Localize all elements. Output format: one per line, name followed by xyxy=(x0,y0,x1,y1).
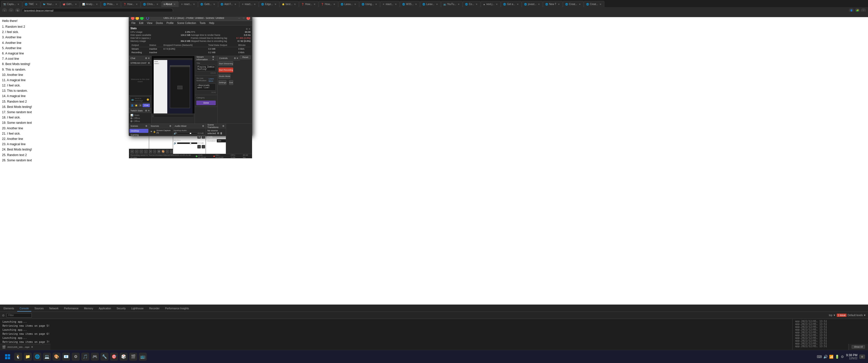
devtools-filter-input[interactable] xyxy=(6,313,32,318)
taskbar-icon-4[interactable]: 🎨 xyxy=(53,353,61,361)
browser-tab-t19[interactable]: 🌐Using...✕ xyxy=(359,1,380,7)
move-scene-down-btn[interactable]: ↓ xyxy=(144,150,148,153)
taskbar-icon-9[interactable]: 🔧 xyxy=(100,353,108,361)
learn-more-link[interactable]: Learn More xyxy=(209,78,216,82)
duration-input[interactable] xyxy=(217,139,226,142)
tab-close-t8[interactable]: ✕ xyxy=(156,3,159,6)
desktop-audio-expand-btn[interactable]: ⋮ xyxy=(202,135,205,139)
devtools-tab-security[interactable]: Security xyxy=(114,305,128,311)
tab-close-t6[interactable]: ✕ xyxy=(116,3,119,6)
battery-tray-icon[interactable]: 🔋 xyxy=(835,355,839,359)
tab-close-t16[interactable]: ✕ xyxy=(313,3,316,6)
chat-input[interactable]: Send a message xyxy=(135,97,146,102)
devtools-top-selector[interactable]: top ▼ xyxy=(829,314,836,317)
taskbar-icon-5[interactable]: 📧 xyxy=(62,353,70,361)
browser-tab-t14[interactable]: 🌐Edge...✕ xyxy=(259,1,279,7)
stats-menu-item[interactable]: 📊 Stats xyxy=(130,114,150,117)
remove-source-btn[interactable]: − xyxy=(153,150,156,153)
chat-send-btn[interactable]: Chat xyxy=(143,104,150,107)
add-source-btn[interactable]: + xyxy=(149,150,152,153)
desktop-volume-knob[interactable] xyxy=(190,133,191,134)
obs-menu-docks[interactable]: Docks xyxy=(154,21,164,25)
source-lock-icon[interactable]: 🔒 xyxy=(153,131,156,133)
chat-sub-btn[interactable]: ⭐ xyxy=(134,104,138,107)
obs-menu-file[interactable]: File xyxy=(130,21,137,25)
devtools-tab-recorder[interactable]: Recorder xyxy=(147,305,162,311)
title-input[interactable]: Playing Zombie Hunting! xyxy=(196,65,216,71)
tab-close-t24[interactable]: ✕ xyxy=(475,3,478,6)
source-down-btn[interactable]: ↓ xyxy=(170,150,173,153)
browser-tab-t25[interactable]: ▲next.j...✕ xyxy=(481,1,501,7)
browser-tab-t1[interactable]: 📷Captu...✕ xyxy=(1,1,22,7)
browser-tab-t16[interactable]: ❓How...✕ xyxy=(299,1,318,7)
chat-emoji-btn[interactable]: 😊 xyxy=(147,99,149,101)
browser-tab-t24[interactable]: 🌐Co...✕ xyxy=(463,1,480,7)
tab-close-t29[interactable]: ✕ xyxy=(578,3,581,6)
tab-close-t18[interactable]: ✕ xyxy=(354,3,357,6)
done-btn[interactable]: Done xyxy=(196,101,216,105)
browser-tab-t15[interactable]: ⭐best...✕ xyxy=(280,1,299,7)
browser-tab-t27[interactable]: 🌐jsvast...✕ xyxy=(522,1,543,7)
tab-close-t20[interactable]: ✕ xyxy=(394,3,397,6)
controls-icons[interactable]: ⚙ ✕ xyxy=(234,57,239,60)
browser-tab-t30[interactable]: 🌐Creat...✕ xyxy=(584,1,604,7)
desktop-audio-mute-btn[interactable]: 🔊 xyxy=(174,132,177,135)
browser-tab-t17[interactable]: ❓How...✕ xyxy=(319,1,338,7)
browser-tab-t8[interactable]: 🌐Chris...✕ xyxy=(141,1,161,7)
source-settings-btn[interactable]: ⚙ xyxy=(157,150,160,153)
stream-chat-icon[interactable]: ⚙ xyxy=(148,62,150,64)
scene-gaming[interactable]: Gaming xyxy=(129,133,148,137)
mic-aux-expand-btn[interactable]: ⋮ xyxy=(202,145,205,148)
tab-close-t26[interactable]: ✕ xyxy=(516,3,519,6)
browser-tab-t29[interactable]: 🌐Creat...✕ xyxy=(563,1,584,7)
show-desktop-btn[interactable]: ⊞ xyxy=(860,355,865,359)
taskbar-icon-7[interactable]: 🎵 xyxy=(81,353,89,361)
tab-close-t19[interactable]: ✕ xyxy=(375,3,378,6)
taskbar-icon-13[interactable]: 📺 xyxy=(139,353,147,361)
sound-tray-icon[interactable]: 🔊 xyxy=(823,355,828,359)
browser-tab-t7[interactable]: ❓How...✕ xyxy=(121,1,141,7)
source-filter-btn[interactable]: 🎨 xyxy=(161,150,165,153)
taskbar-icon-6[interactable]: ⚙ xyxy=(72,353,80,361)
devtools-tab-elements[interactable]: Elements xyxy=(1,305,17,311)
obs-menu-profile[interactable]: Profile xyxy=(165,21,175,25)
browser-tab-t18[interactable]: 🌐Larav...✕ xyxy=(338,1,359,7)
source-up-btn[interactable]: ↑ xyxy=(166,150,169,153)
scene-desktop[interactable]: Desktop xyxy=(129,129,148,133)
tab-close-t21[interactable]: ✕ xyxy=(414,3,417,6)
obs-menu-edit[interactable]: Edit xyxy=(137,21,145,25)
tab-close-t30[interactable]: ✕ xyxy=(599,3,602,6)
browser-tab-t6[interactable]: 🌐Phila...✕ xyxy=(101,1,121,7)
exit-btn[interactable]: Exit xyxy=(229,80,233,85)
desktop-audio-gear-btn[interactable]: ⚙ xyxy=(197,135,201,139)
tab-close-t10[interactable]: ✕ xyxy=(192,3,195,6)
obs-menu-view[interactable]: View xyxy=(145,21,154,25)
tab-close-t5[interactable]: ✕ xyxy=(95,3,98,6)
tab-close-t25[interactable]: ✕ xyxy=(495,3,498,6)
sources-icons[interactable]: ⚙ xyxy=(169,125,171,127)
settings-tray-icon[interactable]: ⚙ xyxy=(841,355,844,359)
browser-tab-t21[interactable]: 🌐W3S...✕ xyxy=(400,1,420,7)
start-recording-btn[interactable]: Start Recording xyxy=(218,68,233,72)
chat-panel-icons[interactable]: ⚙ ✕ xyxy=(145,57,150,60)
twitch-stats-icons[interactable]: ⚙ ✕ xyxy=(145,109,150,112)
move-scene-up-btn[interactable]: ↑ xyxy=(140,150,143,153)
show-all-btn[interactable]: Show All xyxy=(851,345,865,349)
notification-input[interactable]: cdeaconado went live! xyxy=(196,84,216,91)
stream-info-icons[interactable]: ⚙ ✕ xyxy=(212,56,216,61)
browser-tab-t4[interactable]: 🐙GitH...✕ xyxy=(60,1,80,7)
add-scene-btn[interactable]: + xyxy=(130,150,134,153)
browser-tab-t2[interactable]: 🌐TMC✕ xyxy=(23,1,40,7)
browser-tab-t23[interactable]: 📺YouTu...✕ xyxy=(441,1,463,7)
obs-menu-scene collection[interactable]: Scene Collection xyxy=(176,21,197,25)
audio-mixer-icons[interactable]: ⚙ xyxy=(202,125,204,127)
tab-close-t12[interactable]: ✕ xyxy=(234,3,237,6)
devtools-tab-performance-insights[interactable]: Performance Insights xyxy=(162,305,191,311)
browser-tab-t5[interactable]: 📊Analy...✕ xyxy=(80,1,101,7)
devtools-clear-icon[interactable]: ⊘ xyxy=(2,314,4,317)
browser-tab-t11[interactable]: 🌐Getti...✕ xyxy=(198,1,218,7)
devtools-tab-lighthouse[interactable]: Lighthouse xyxy=(129,305,146,311)
tab-close-t4[interactable]: ✕ xyxy=(74,3,78,6)
tab-close-t23[interactable]: ✕ xyxy=(457,3,460,6)
browser-tab-t28[interactable]: 🌐New T✕ xyxy=(543,1,563,7)
